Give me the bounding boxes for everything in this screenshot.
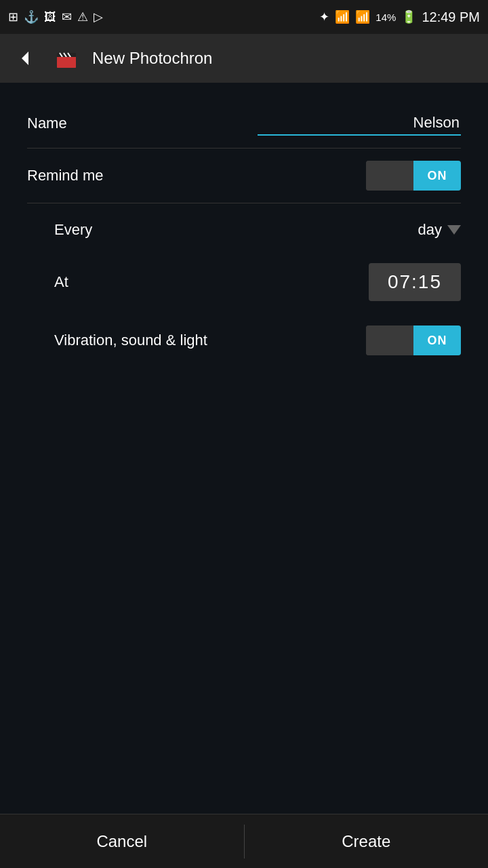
app-logo	[52, 43, 81, 73]
name-row: Name	[27, 99, 461, 149]
vibration-toggle-on-label: ON	[413, 326, 461, 355]
time-picker-button[interactable]: 07:15	[369, 263, 461, 301]
create-button[interactable]: Create	[245, 814, 489, 868]
status-bar: ⊞ ⚓ 🖼 ✉ ⚠ ▷ ✦ 📶 📶 14% 🔋 12:49 PM	[0, 0, 488, 34]
main-content: Name Remind me ON Every day	[0, 83, 488, 389]
signal-icon: 📶	[355, 9, 370, 24]
every-value-wrapper[interactable]: day	[190, 221, 461, 239]
dropdown-arrow-icon	[447, 225, 461, 235]
name-input[interactable]	[258, 111, 461, 136]
battery-icon: 🔋	[401, 9, 416, 24]
bluetooth-icon: ✦	[319, 9, 329, 24]
vibration-toggle[interactable]: ON	[366, 326, 461, 355]
reminder-settings-section: Every day At 07:15 Vibration, sound & li…	[27, 203, 461, 373]
wifi-icon: 📶	[335, 9, 350, 24]
name-label: Name	[27, 115, 163, 132]
back-button[interactable]	[11, 43, 41, 73]
usb-icon: ⚓	[24, 9, 39, 24]
svg-marker-0	[22, 52, 28, 65]
image-icon: 🖼	[44, 10, 56, 24]
remind-label: Remind me	[27, 167, 163, 184]
status-right: ✦ 📶 📶 14% 🔋 12:49 PM	[319, 9, 480, 25]
every-dropdown-value: day	[418, 221, 442, 239]
at-value-wrapper[interactable]: 07:15	[190, 263, 461, 301]
battery-text: 14%	[375, 12, 396, 23]
mail-icon: ✉	[62, 9, 72, 24]
every-dropdown[interactable]: day	[418, 221, 461, 239]
warning-icon: ⚠	[77, 9, 88, 24]
app-bar: New Photochron	[0, 34, 488, 83]
vibration-label: Vibration, sound & light	[54, 332, 207, 349]
toggle-on-label: ON	[413, 161, 461, 191]
add-icon: ⊞	[8, 9, 18, 24]
name-input-wrapper[interactable]	[163, 111, 461, 136]
remind-row: Remind me ON	[27, 149, 461, 203]
svg-rect-6	[57, 57, 76, 68]
remind-toggle[interactable]: ON	[366, 161, 461, 191]
remind-toggle-wrapper[interactable]: ON	[163, 161, 461, 191]
vibration-row: Vibration, sound & light ON	[27, 313, 461, 368]
vibration-toggle-wrapper[interactable]: ON	[207, 326, 461, 355]
bottom-bar: Cancel Create	[0, 814, 488, 868]
cancel-button[interactable]: Cancel	[0, 814, 244, 868]
status-icons-left: ⊞ ⚓ 🖼 ✉ ⚠ ▷	[8, 9, 103, 24]
every-label: Every	[54, 221, 190, 239]
page-title: New Photochron	[92, 49, 212, 68]
at-row: At 07:15	[27, 251, 461, 313]
every-row: Every day	[27, 209, 461, 251]
at-label: At	[54, 273, 190, 291]
clock: 12:49 PM	[422, 9, 480, 25]
toggle-off-area	[366, 161, 413, 191]
play-icon: ▷	[94, 9, 103, 24]
vibration-toggle-off	[366, 326, 413, 355]
